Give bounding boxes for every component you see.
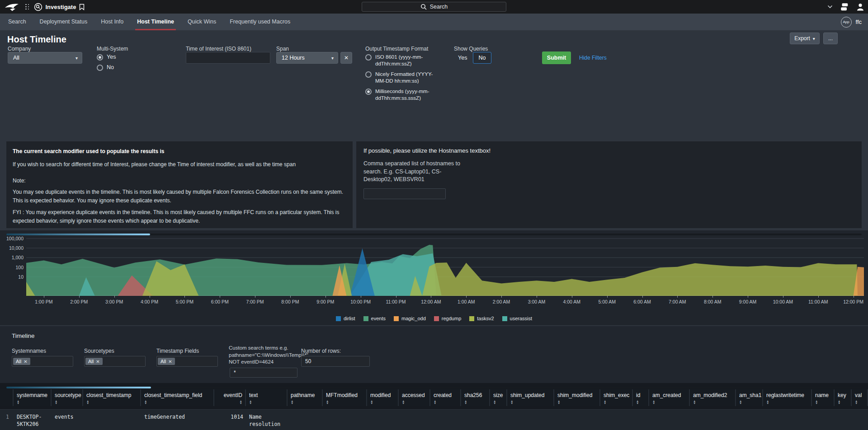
legend-item-tasksv2[interactable]: tasksv2 xyxy=(469,316,494,321)
sort-icon[interactable]: ▲▼ xyxy=(493,400,497,404)
sort-icon[interactable]: ▲▼ xyxy=(855,400,859,404)
span-clear-button[interactable]: ✕ xyxy=(340,52,352,64)
sort-icon[interactable]: ▲▼ xyxy=(291,400,294,404)
sort-icon[interactable]: ▲▼ xyxy=(326,400,330,404)
company-select[interactable]: All ▾ xyxy=(8,52,82,64)
sort-icon[interactable]: ▲▼ xyxy=(815,400,819,404)
legend-item-events[interactable]: events xyxy=(363,316,386,321)
radio-option-yes[interactable]: Yes xyxy=(97,54,116,61)
radio-icon[interactable] xyxy=(365,71,372,78)
global-search-input[interactable]: Search xyxy=(362,2,506,12)
close-icon[interactable]: ✕ xyxy=(24,359,27,364)
sort-icon[interactable]: ▲▼ xyxy=(55,400,58,404)
column-header-systemname[interactable]: systemname▲▼ xyxy=(14,389,52,406)
sort-icon[interactable]: ▲▼ xyxy=(604,400,607,404)
column-header-id[interactable]: id▲▼ xyxy=(633,389,649,406)
column-header-text[interactable]: text▲▼ xyxy=(246,389,288,406)
radio-option-no[interactable]: No xyxy=(97,65,116,71)
column-header-sha256[interactable]: sha256▲▼ xyxy=(461,389,490,406)
product-menu[interactable]: Investigate xyxy=(34,3,85,11)
legend-item-userassist[interactable]: userassist xyxy=(502,316,533,321)
tab-host-info[interactable]: Host Info xyxy=(101,14,123,30)
column-header-am_modified2[interactable]: am_modified2▲▼ xyxy=(690,389,736,406)
span-select[interactable]: 12 Hours ▾ xyxy=(276,52,338,64)
sort-icon[interactable]: ▲▼ xyxy=(693,400,697,404)
sort-icon[interactable]: ▲▼ xyxy=(370,400,374,404)
legend-item-dirlist[interactable]: dirlist xyxy=(336,316,355,321)
column-header-am_sha1[interactable]: am_sha1▲▼ xyxy=(736,389,763,406)
column-header-sourcetype[interactable]: sourcetype▲▼ xyxy=(52,389,83,406)
systemnames-input[interactable]: All✕ xyxy=(12,356,73,367)
radio-option-milliseconds[interactable]: Milliseconds (yyyy-mm-ddThh:mm:ss.sssZ) xyxy=(365,89,442,102)
radio-icon[interactable] xyxy=(97,54,103,61)
close-icon[interactable]: ✕ xyxy=(168,359,172,364)
show-queries-no[interactable]: No xyxy=(473,52,491,64)
legend-item-regdump[interactable]: regdump xyxy=(434,316,461,321)
table-scroll-indicator[interactable] xyxy=(6,387,151,388)
bookmark-icon[interactable] xyxy=(79,4,85,10)
column-header-am_created[interactable]: am_created▲▼ xyxy=(649,389,690,406)
timestamp-fields-input[interactable]: All✕ xyxy=(156,356,218,367)
column-header-MFTmodified[interactable]: MFTmodified▲▼ xyxy=(323,389,367,406)
time-of-interest-input[interactable] xyxy=(186,52,270,64)
export-button[interactable]: Export ▾ xyxy=(790,33,820,44)
column-header-shim_exec[interactable]: shim_exec▲▼ xyxy=(600,389,633,406)
app-switcher-icon[interactable] xyxy=(25,4,29,10)
sort-icon[interactable]: ▲▼ xyxy=(239,400,242,404)
column-header-pathname[interactable]: pathname▲▼ xyxy=(288,389,323,406)
timestamp-fields-chip[interactable]: All✕ xyxy=(158,358,175,365)
number-of-rows-input[interactable] xyxy=(301,356,370,367)
notifications-icon[interactable] xyxy=(840,2,849,11)
hostnames-input[interactable] xyxy=(363,188,446,199)
column-header-reglastwritetime[interactable]: reglastwritetime▲▼ xyxy=(763,389,812,406)
column-header-eventID[interactable]: eventID▲▼ xyxy=(214,389,246,406)
sort-icon[interactable]: ▲▼ xyxy=(17,400,20,404)
sourcetypes-input[interactable]: All✕ xyxy=(84,356,146,367)
column-header-shim_modified[interactable]: shim_modified▲▼ xyxy=(554,389,600,406)
sort-icon[interactable]: ▲▼ xyxy=(86,400,90,404)
column-header-shim_updated[interactable]: shim_updated▲▼ xyxy=(507,389,554,406)
column-header-closest_timestamp_field[interactable]: closest_timestamp_field▲▼ xyxy=(141,389,214,406)
column-header-created[interactable]: created▲▼ xyxy=(430,389,461,406)
table-row[interactable]: 1DESKTOP-5KTK206eventstimeGenerated1014N… xyxy=(0,409,868,430)
close-icon[interactable]: ✕ xyxy=(96,359,99,364)
tab-search[interactable]: Search xyxy=(8,14,26,30)
sourcetypes-chip[interactable]: All✕ xyxy=(85,358,103,365)
sort-icon[interactable]: ▲▼ xyxy=(636,400,640,404)
tab-quick-wins[interactable]: Quick Wins xyxy=(188,14,216,30)
show-queries-yes[interactable]: Yes xyxy=(458,55,467,61)
sort-icon[interactable]: ▲▼ xyxy=(510,400,514,404)
column-header-modified[interactable]: modified▲▼ xyxy=(367,389,399,406)
table-scroll-track[interactable] xyxy=(6,387,862,388)
sort-icon[interactable]: ▲▼ xyxy=(557,400,561,404)
tab-host-timeline[interactable]: Host Timeline xyxy=(137,14,174,30)
sort-icon[interactable]: ▲▼ xyxy=(144,400,148,404)
radio-icon[interactable] xyxy=(97,65,103,71)
column-header-closest_timestamp[interactable]: closest_timestamp▲▼ xyxy=(83,389,141,406)
sort-icon[interactable]: ▲▼ xyxy=(652,400,656,404)
sort-icon[interactable]: ▲▼ xyxy=(739,400,743,404)
radio-icon[interactable] xyxy=(365,54,372,61)
hide-filters-link[interactable]: Hide Filters xyxy=(579,55,607,61)
radio-option-nicely[interactable]: Nicely Formatted (YYYY-MM-DD hh:mm:ss) xyxy=(365,71,442,84)
custom-search-input[interactable] xyxy=(230,368,297,378)
user-icon[interactable] xyxy=(856,3,864,11)
column-header-name[interactable]: name▲▼ xyxy=(812,389,835,406)
sort-icon[interactable]: ▲▼ xyxy=(402,400,406,404)
radio-icon[interactable] xyxy=(365,89,372,95)
chevron-down-icon[interactable] xyxy=(827,5,833,9)
tab-frequently-used-macros[interactable]: Frequently used Macros xyxy=(230,14,290,30)
column-header-size[interactable]: size▲▼ xyxy=(490,389,507,406)
column-header-val[interactable]: val▲▼ xyxy=(852,389,868,406)
column-header-accessed[interactable]: accessed▲▼ xyxy=(399,389,430,406)
sort-icon[interactable]: ▲▼ xyxy=(838,400,841,404)
sort-icon[interactable]: ▲▼ xyxy=(464,400,468,404)
more-options-button[interactable]: ... xyxy=(823,33,838,44)
systemnames-chip[interactable]: All✕ xyxy=(13,358,30,365)
sort-icon[interactable]: ▲▼ xyxy=(766,400,770,404)
sort-icon[interactable]: ▲▼ xyxy=(434,400,437,404)
legend-item-magic_odd[interactable]: magic_odd xyxy=(394,316,426,321)
radio-option-iso[interactable]: ISO 8601 (yyyy-mm-ddThh:mm:ssZ) xyxy=(365,54,442,67)
column-header-key[interactable]: key▲▼ xyxy=(835,389,852,406)
sort-icon[interactable]: ▲▼ xyxy=(249,400,253,404)
